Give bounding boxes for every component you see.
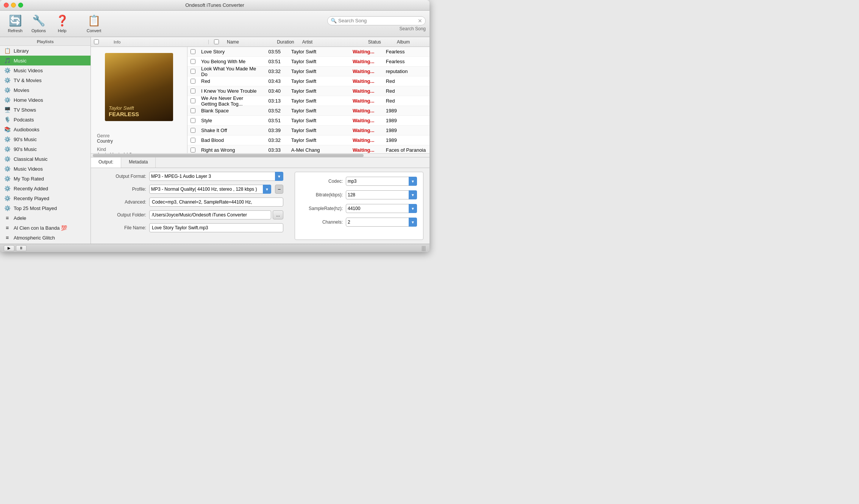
sidebar-icon: ⚙️	[4, 136, 11, 142]
song-duration-4: 03:40	[259, 88, 290, 94]
maximize-button[interactable]	[18, 3, 23, 8]
output-format-select[interactable]: MP3 - MPEG-1 Audio Layer 3	[149, 172, 283, 181]
close-button[interactable]	[4, 3, 9, 8]
sidebar-item-audiobooks[interactable]: 📚Audiobooks	[0, 124, 91, 134]
channels-wrapper: 2 ▼	[346, 218, 417, 227]
refresh-label: Refresh	[8, 28, 23, 33]
song-artist-6: Taylor Swift	[290, 108, 343, 114]
sidebar-item-label: Music Videos	[14, 166, 43, 172]
song-status-3: Waiting...	[343, 78, 384, 84]
codec-select[interactable]: mp3	[346, 177, 417, 186]
output-format-row: Output Format: MP3 - MPEG-1 Audio Layer …	[97, 172, 283, 181]
table-row[interactable]: I Knew You Were Trouble 03:40 Taylor Swi…	[187, 86, 430, 96]
sidebar-item-al-cien[interactable]: ≡Al Cien con la Banda 💯	[0, 223, 91, 233]
profile-wrapper: MP3 - Normal Quality( 44100 Hz, stereo ,…	[149, 185, 271, 194]
album-col-header: Album	[395, 39, 430, 45]
row-checkbox-9[interactable]	[191, 138, 195, 143]
song-duration-2: 03:32	[259, 68, 290, 74]
browse-folder-button[interactable]: ...	[273, 210, 283, 219]
row-checkbox-0[interactable]	[191, 49, 195, 54]
sidebar-item-home-videos[interactable]: ⚙️Home Videos	[0, 95, 91, 105]
sidebar-item-label: Recently Played	[14, 196, 49, 201]
pause-button[interactable]: ⏸	[16, 245, 27, 251]
profile-select[interactable]: MP3 - Normal Quality( 44100 Hz, stereo ,…	[149, 185, 271, 194]
row-checkbox-7[interactable]	[191, 118, 195, 123]
row-checkbox-10[interactable]	[191, 148, 195, 152]
sidebar-item-atmospheric-glitch[interactable]: ≡Atmospheric Glitch	[0, 233, 91, 243]
bottom-tabs: Output: Metadata	[91, 157, 430, 168]
table-row[interactable]: Shake It Off 03:39 Taylor Swift Waiting.…	[187, 126, 430, 135]
convert-button[interactable]: 📋 Convert	[83, 12, 105, 35]
song-album-5: Red	[384, 98, 430, 104]
song-name-0: Love Story	[198, 49, 259, 54]
sidebar-item-adele[interactable]: ≡Adele	[0, 213, 91, 223]
table-row[interactable]: Style 03:51 Taylor Swift Waiting... 1989	[187, 116, 430, 126]
sidebar-item-recently-added[interactable]: ⚙️Recently Added	[0, 184, 91, 193]
table-row[interactable]: Red 03:43 Taylor Swift Waiting... Red	[187, 76, 430, 86]
table-row[interactable]: Love Story 03:55 Taylor Swift Waiting...…	[187, 47, 430, 57]
sidebar-item-best-70s[interactable]: ≡Best of '70s Soft Rock	[0, 243, 91, 244]
song-artist-10: A-Mei Chang	[290, 147, 343, 153]
profile-minus-button[interactable]: −	[275, 185, 283, 194]
sidebar-item-my-top-rated[interactable]: ⚙️My Top Rated	[0, 174, 91, 184]
sidebar-item-movies[interactable]: ⚙️Movies	[0, 85, 91, 95]
sidebar-item-top-25[interactable]: ⚙️Top 25 Most Played	[0, 203, 91, 213]
table-row[interactable]: Blank Space 03:52 Taylor Swift Waiting..…	[187, 106, 430, 116]
sidebar-item-library[interactable]: 📋Library	[0, 46, 91, 56]
row-checkbox-5[interactable]	[191, 98, 195, 103]
table-row[interactable]: We Are Never Ever Getting Back Tog... 03…	[187, 96, 430, 106]
sidebar-item-music-videos[interactable]: ⚙️Music Videos	[0, 65, 91, 75]
search-input[interactable]	[338, 18, 416, 23]
options-button[interactable]: 🔧 Options	[27, 12, 50, 35]
output-tab[interactable]: Output:	[91, 157, 121, 168]
play-button[interactable]: ▶	[4, 245, 14, 251]
sidebar-item-recently-played[interactable]: ⚙️Recently Played	[0, 193, 91, 203]
sidebar-item-90s-music-1[interactable]: ⚙️90's Music	[0, 134, 91, 144]
list-select-all[interactable]	[214, 39, 219, 44]
select-all-checkbox[interactable]	[94, 39, 99, 44]
scroll-indicator: |||	[422, 245, 426, 251]
row-checkbox-8[interactable]	[191, 128, 195, 133]
sidebar-item-label: Al Cien con la Banda 💯	[14, 225, 67, 231]
output-folder-input[interactable]	[149, 210, 271, 219]
sidebar-item-music[interactable]: 🎵Music	[0, 56, 91, 65]
minimize-button[interactable]	[11, 3, 16, 8]
table-row[interactable]: Bad Blood 03:32 Taylor Swift Waiting... …	[187, 135, 430, 145]
sidebar-icon: ⚙️	[4, 185, 11, 191]
metadata-tab[interactable]: Metadata	[121, 157, 156, 168]
bitrate-select[interactable]: 128	[346, 190, 417, 199]
row-checkbox-2[interactable]	[191, 69, 195, 74]
song-status-4: Waiting...	[343, 88, 384, 94]
advanced-input[interactable]	[149, 198, 283, 207]
song-status-7: Waiting...	[343, 118, 384, 123]
table-row[interactable]: Right as Wrong 03:33 A-Mei Chang Waiting…	[187, 145, 430, 153]
refresh-button[interactable]: 🔄 Refresh	[4, 12, 27, 35]
sidebar-item-tv-movies[interactable]: ⚙️TV & Movies	[0, 75, 91, 85]
row-checkbox-6[interactable]	[191, 108, 195, 113]
output-format-label: Output Format:	[97, 174, 146, 179]
sidebar-header: Playlists	[0, 37, 91, 46]
sidebar-icon: ⚙️	[4, 87, 11, 93]
row-checkbox-4[interactable]	[191, 89, 195, 93]
table-row[interactable]: Look What You Made Me Do 03:32 Taylor Sw…	[187, 67, 430, 76]
search-clear-icon[interactable]: ✕	[418, 18, 422, 24]
row-checkbox-1[interactable]	[191, 59, 195, 64]
song-name-5: We Are Never Ever Getting Back Tog...	[198, 95, 259, 107]
sidebar-item-tv-shows[interactable]: 🖥️TV Shows	[0, 105, 91, 115]
row-checkbox-3[interactable]	[191, 79, 195, 84]
sidebar-item-90s-music-2[interactable]: ⚙️90's Music	[0, 144, 91, 154]
file-name-input[interactable]	[149, 223, 283, 232]
channels-select[interactable]: 2	[346, 218, 417, 227]
table-row[interactable]: You Belong With Me 03:51 Taylor Swift Wa…	[187, 57, 430, 67]
help-button[interactable]: ❓ Help	[51, 12, 73, 35]
samplerate-select[interactable]: 44100	[346, 204, 417, 213]
row-checkbox-cell	[187, 69, 198, 74]
song-artist-3: Taylor Swift	[290, 78, 343, 84]
song-status-6: Waiting...	[343, 108, 384, 114]
sidebar-item-music-videos-2[interactable]: ⚙️Music Videos	[0, 164, 91, 174]
window-title: Ondesoft iTunes Converter	[185, 2, 244, 8]
song-album-10: Faces of Paranoia	[384, 147, 430, 153]
genre-label: Genre	[97, 133, 181, 138]
sidebar-item-podcasts[interactable]: 🎙️Podcasts	[0, 115, 91, 124]
sidebar-item-classical-music[interactable]: ⚙️Classical Music	[0, 154, 91, 164]
